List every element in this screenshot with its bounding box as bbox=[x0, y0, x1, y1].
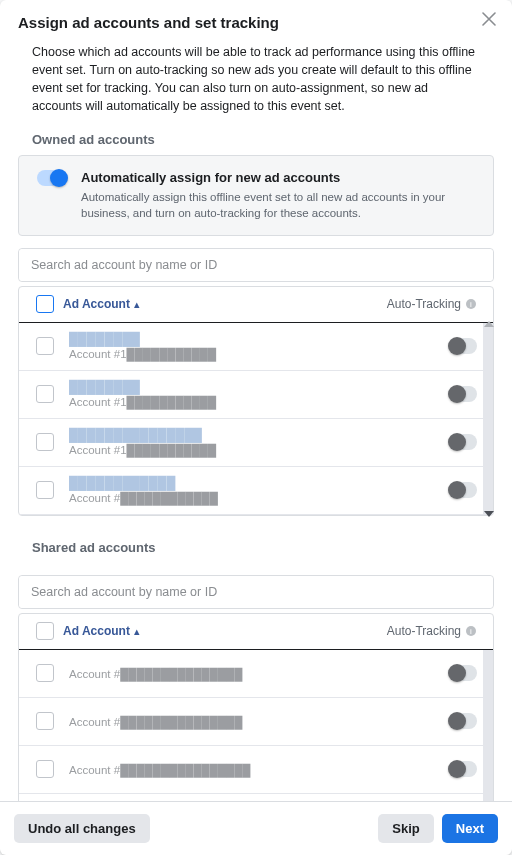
account-number: Account #1███████████ bbox=[69, 348, 367, 360]
account-name[interactable]: ████████ bbox=[69, 380, 367, 394]
auto-tracking-toggle[interactable] bbox=[449, 338, 477, 354]
owned-accounts-label: Owned ad accounts bbox=[18, 130, 494, 155]
auto-tracking-toggle[interactable] bbox=[449, 434, 477, 450]
info-icon[interactable]: i bbox=[465, 625, 477, 637]
table-row: ████████ Account #1███████████ bbox=[19, 371, 493, 419]
shared-search-input[interactable] bbox=[19, 576, 493, 608]
next-button[interactable]: Next bbox=[442, 814, 498, 843]
modal-header: Assign ad accounts and set tracking bbox=[0, 0, 512, 37]
account-number: Account #████████████████ bbox=[69, 764, 367, 776]
owned-search-wrap bbox=[18, 248, 494, 282]
table-row: ████████ Account #1███████████ bbox=[19, 323, 493, 371]
table-row: ███████████████ Account #1███████████ bbox=[19, 419, 493, 467]
sort-caret-icon: ▴ bbox=[134, 298, 140, 311]
row-checkbox[interactable] bbox=[36, 385, 54, 403]
shared-scrollbar[interactable] bbox=[483, 650, 493, 801]
modal-body: Choose which ad accounts will be able to… bbox=[0, 37, 512, 801]
modal-footer: Undo all changes Skip Next bbox=[0, 801, 512, 855]
auto-tracking-toggle[interactable] bbox=[449, 386, 477, 402]
shared-column-tracking: Auto-Tracking bbox=[387, 624, 461, 638]
auto-assign-panel: Automatically assign for new ad accounts… bbox=[18, 155, 494, 236]
auto-tracking-toggle[interactable] bbox=[449, 665, 477, 681]
modal-title: Assign ad accounts and set tracking bbox=[18, 14, 494, 31]
account-number: Account #1███████████ bbox=[69, 396, 367, 408]
account-name[interactable]: ███████████████ bbox=[69, 428, 367, 442]
close-icon[interactable] bbox=[482, 12, 498, 28]
owned-column-tracking: Auto-Tracking bbox=[387, 297, 461, 311]
owned-column-account[interactable]: Ad Account bbox=[63, 297, 130, 311]
table-row: Account #███████████████ bbox=[19, 698, 493, 746]
sort-caret-icon: ▴ bbox=[134, 625, 140, 638]
shared-search-wrap bbox=[18, 575, 494, 609]
shared-table: Ad Account ▴ Auto-Tracking i Account #██… bbox=[18, 613, 494, 801]
modal-description: Choose which ad accounts will be able to… bbox=[18, 37, 494, 130]
row-checkbox[interactable] bbox=[36, 337, 54, 355]
account-name[interactable]: ████████████ bbox=[69, 476, 367, 490]
owned-select-all-checkbox[interactable] bbox=[36, 295, 54, 313]
table-row: ████████████ Account #████████████ bbox=[19, 467, 493, 515]
undo-button[interactable]: Undo all changes bbox=[14, 814, 150, 843]
skip-button[interactable]: Skip bbox=[378, 814, 433, 843]
owned-table: Ad Account ▴ Auto-Tracking i ████████ Ac… bbox=[18, 286, 494, 516]
auto-assign-title: Automatically assign for new ad accounts bbox=[81, 170, 477, 185]
table-row: Account #█████████ bbox=[19, 794, 493, 801]
info-icon[interactable]: i bbox=[465, 298, 477, 310]
auto-tracking-toggle[interactable] bbox=[449, 713, 477, 729]
svg-text:i: i bbox=[470, 627, 472, 636]
modal: Assign ad accounts and set tracking Choo… bbox=[0, 0, 512, 855]
owned-scrollbar[interactable] bbox=[483, 323, 493, 515]
shared-select-all-checkbox[interactable] bbox=[36, 622, 54, 640]
row-checkbox[interactable] bbox=[36, 481, 54, 499]
row-checkbox[interactable] bbox=[36, 760, 54, 778]
shared-column-account[interactable]: Ad Account bbox=[63, 624, 130, 638]
account-number: Account #████████████ bbox=[69, 492, 367, 504]
owned-search-input[interactable] bbox=[19, 249, 493, 281]
auto-tracking-toggle[interactable] bbox=[449, 761, 477, 777]
table-row: Account #███████████████ bbox=[19, 650, 493, 698]
table-row: Account #████████████████ bbox=[19, 746, 493, 794]
auto-assign-desc: Automatically assign this offline event … bbox=[81, 189, 477, 221]
row-checkbox[interactable] bbox=[36, 712, 54, 730]
row-checkbox[interactable] bbox=[36, 433, 54, 451]
shared-table-header: Ad Account ▴ Auto-Tracking i bbox=[19, 614, 493, 650]
row-checkbox[interactable] bbox=[36, 664, 54, 682]
auto-assign-toggle[interactable] bbox=[37, 170, 65, 186]
account-number: Account #███████████████ bbox=[69, 716, 367, 728]
account-number: Account #1███████████ bbox=[69, 444, 367, 456]
account-number: Account #███████████████ bbox=[69, 668, 367, 680]
svg-text:i: i bbox=[470, 300, 472, 309]
shared-accounts-label: Shared ad accounts bbox=[18, 538, 494, 563]
owned-table-header: Ad Account ▴ Auto-Tracking i bbox=[19, 287, 493, 323]
auto-tracking-toggle[interactable] bbox=[449, 482, 477, 498]
account-name[interactable]: ████████ bbox=[69, 332, 367, 346]
